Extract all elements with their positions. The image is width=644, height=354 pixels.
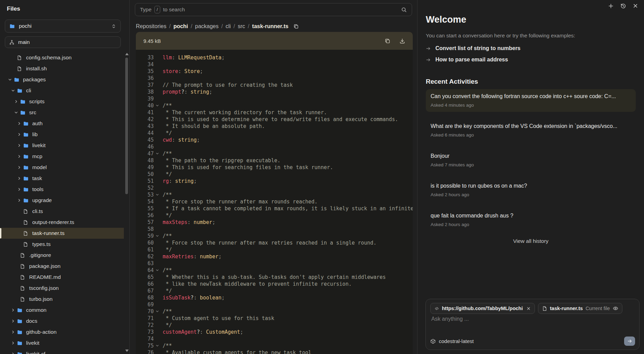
tree-item-scripts[interactable]: scripts bbox=[0, 96, 124, 107]
line-number[interactable]: 65 bbox=[136, 274, 154, 281]
breadcrumb-segment-Repositories[interactable]: Repositories bbox=[136, 23, 166, 30]
view-all-history-link[interactable]: View all history bbox=[418, 238, 644, 244]
chevron-right-icon[interactable] bbox=[15, 198, 23, 202]
line-number[interactable]: 40 bbox=[136, 102, 154, 109]
chevron-right-icon[interactable] bbox=[15, 176, 23, 180]
line-number[interactable]: 53 bbox=[136, 191, 154, 198]
tree-item-config.schema.json[interactable]: config.schema.json bbox=[0, 52, 124, 63]
line-number[interactable]: 71 bbox=[136, 315, 154, 322]
remove-chip-icon[interactable] bbox=[526, 306, 531, 311]
tree-item-tsconfig.json[interactable]: tsconfig.json bbox=[0, 283, 124, 294]
tree-item-packages[interactable]: packages bbox=[0, 74, 124, 85]
line-number[interactable]: 37 bbox=[136, 82, 154, 88]
activity-item-5[interactable]: que fait la commande drush aus ?Asked 2 … bbox=[426, 209, 636, 231]
line-number[interactable]: 59 bbox=[136, 233, 154, 239]
tree-item-output-renderer.ts[interactable]: output-renderer.ts bbox=[0, 217, 124, 228]
line-number[interactable]: 35 bbox=[136, 68, 154, 75]
tree-item-upgrade[interactable]: upgrade bbox=[0, 195, 124, 206]
tree-item-lib[interactable]: lib bbox=[0, 129, 124, 140]
chevron-right-icon[interactable] bbox=[9, 308, 17, 312]
tree-item-docs[interactable]: docs bbox=[0, 316, 124, 327]
line-number[interactable]: 33 bbox=[136, 54, 154, 61]
line-number[interactable]: 50 bbox=[136, 171, 154, 178]
context-chip-2[interactable]: task-runner.tsCurrent file bbox=[538, 303, 622, 314]
file-tree-scrollbar[interactable] bbox=[125, 53, 128, 352]
chevron-right-icon[interactable] bbox=[9, 352, 17, 354]
breadcrumb-segment-cli[interactable]: cli bbox=[225, 23, 231, 30]
tree-item-cli.ts[interactable]: cli.ts bbox=[0, 206, 124, 217]
line-number[interactable]: 39 bbox=[136, 95, 154, 102]
tree-item-turbo.json[interactable]: turbo.json bbox=[0, 294, 124, 305]
line-number[interactable]: 41 bbox=[136, 109, 154, 116]
tree-item-.gitignore[interactable]: .gitignore bbox=[0, 250, 124, 261]
context-chip-1[interactable]: https://github.com/TabbyML/pochi bbox=[430, 303, 535, 314]
line-number[interactable]: 74 bbox=[136, 335, 154, 342]
line-number[interactable]: 60 bbox=[136, 239, 154, 246]
tree-item-livekit[interactable]: livekit bbox=[0, 140, 124, 151]
line-number[interactable]: 73 bbox=[136, 329, 154, 335]
tree-item-common[interactable]: common bbox=[0, 305, 124, 316]
chevron-right-icon[interactable] bbox=[9, 319, 17, 323]
breadcrumb-segment-task-runner.ts[interactable]: task-runner.ts bbox=[252, 23, 289, 30]
line-number[interactable]: 56 bbox=[136, 212, 154, 219]
tree-item-tools[interactable]: tools bbox=[0, 184, 124, 195]
scroll-down-arrow-icon[interactable] bbox=[125, 350, 129, 352]
line-number[interactable]: 58 bbox=[136, 226, 154, 233]
line-number[interactable]: 44 bbox=[136, 130, 154, 137]
tree-item-livekit-cf[interactable]: livekit-cf bbox=[0, 349, 124, 354]
line-number[interactable]: 45 bbox=[136, 137, 154, 143]
line-number[interactable]: 76 bbox=[136, 349, 154, 354]
tree-item-cli[interactable]: cli bbox=[0, 85, 124, 96]
chevron-right-icon[interactable] bbox=[12, 99, 20, 104]
line-number[interactable]: 55 bbox=[136, 205, 154, 212]
line-number[interactable]: 49 bbox=[136, 164, 154, 171]
line-number[interactable]: 70 bbox=[136, 308, 154, 315]
chat-input[interactable]: Ask anything ... bbox=[431, 316, 469, 322]
line-number[interactable]: 68 bbox=[136, 294, 154, 301]
line-number[interactable]: 47 bbox=[136, 150, 154, 157]
download-icon[interactable] bbox=[399, 38, 405, 44]
tree-item-auth[interactable]: auth bbox=[0, 118, 124, 129]
line-number[interactable]: 67 bbox=[136, 287, 154, 294]
tree-item-github-action[interactable]: github-action bbox=[0, 327, 124, 338]
repo-selector[interactable]: pochi bbox=[5, 20, 121, 33]
line-number[interactable]: 54 bbox=[136, 198, 154, 205]
tree-item-README.md[interactable]: README.md bbox=[0, 272, 124, 283]
chevron-right-icon[interactable] bbox=[15, 187, 23, 191]
line-number[interactable]: 57 bbox=[136, 219, 154, 226]
tree-item-mcp[interactable]: mcp bbox=[0, 151, 124, 162]
chevron-right-icon[interactable] bbox=[15, 121, 23, 126]
history-icon[interactable] bbox=[620, 3, 626, 9]
chevron-down-icon[interactable] bbox=[6, 78, 14, 82]
close-icon[interactable] bbox=[633, 3, 638, 9]
chevron-down-icon[interactable] bbox=[12, 110, 20, 115]
chevron-right-icon[interactable] bbox=[15, 143, 23, 148]
tree-item-src[interactable]: src bbox=[0, 107, 124, 118]
copy-file-icon[interactable] bbox=[385, 38, 390, 44]
line-number[interactable]: 42 bbox=[136, 116, 154, 123]
line-number[interactable]: 52 bbox=[136, 185, 154, 191]
line-number[interactable]: 51 bbox=[136, 178, 154, 185]
tree-item-livekit[interactable]: livekit bbox=[0, 338, 124, 349]
activity-item-3[interactable]: BonjourAsked 7 minutes ago bbox=[426, 149, 636, 172]
chevron-right-icon[interactable] bbox=[9, 330, 17, 334]
chevron-right-icon[interactable] bbox=[15, 132, 23, 137]
chevron-right-icon[interactable] bbox=[15, 154, 23, 158]
line-number[interactable]: 64 bbox=[136, 267, 154, 274]
scroll-up-arrow-icon[interactable] bbox=[125, 53, 129, 55]
tree-item-task-runner.ts[interactable]: task-runner.ts bbox=[0, 228, 124, 239]
line-number[interactable]: 36 bbox=[136, 75, 154, 82]
chat-composer[interactable]: https://github.com/TabbyML/pochitask-run… bbox=[425, 299, 640, 350]
breadcrumb-segment-src[interactable]: src bbox=[238, 23, 245, 30]
activity-item-1[interactable]: Can you convert the following fortran so… bbox=[426, 89, 636, 112]
branch-selector[interactable]: main bbox=[5, 36, 121, 48]
tree-item-model[interactable]: model bbox=[0, 162, 124, 173]
tree-item-types.ts[interactable]: types.ts bbox=[0, 239, 124, 250]
chevron-right-icon[interactable] bbox=[15, 165, 23, 169]
breadcrumb-segment-pochi[interactable]: pochi bbox=[173, 23, 188, 30]
line-number[interactable]: 63 bbox=[136, 260, 154, 267]
scrollbar-thumb[interactable] bbox=[125, 58, 128, 194]
line-number[interactable]: 61 bbox=[136, 246, 154, 253]
model-selector[interactable]: codestral-latest bbox=[430, 338, 474, 344]
tree-item-task[interactable]: task bbox=[0, 173, 124, 184]
